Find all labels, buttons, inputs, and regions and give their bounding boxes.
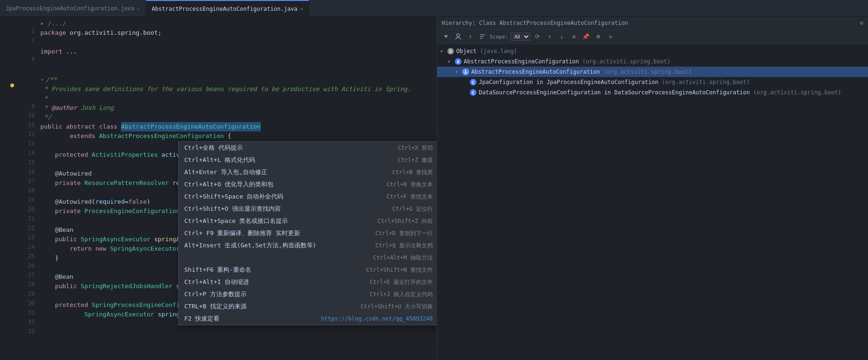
toolbar-btn-down-arrow[interactable] [441, 31, 451, 42]
tree-text-jpa: JpaConfiguration in JpaProcessEngineAuto… [479, 79, 658, 85]
tree-pkg-object: (java.lang) [476, 48, 517, 54]
menu-item-6[interactable]: Ctrl+Shift+O 强出显示查找内容 Ctrl+G 定位行 [179, 203, 437, 215]
menu-item-15[interactable]: F2 快速定看 https://blog.csdn.net/qq_4509324… [179, 313, 437, 325]
tab-jpa[interactable]: JpaProcessEngineAutoConfiguration.java ✕ [0, 0, 146, 16]
menu-label-9: Alt+Insert 生成(Get,Set方法,构造函数等) [184, 241, 375, 250]
menu-label-8: Ctrl+ F9 重新编译、删除推荐 实时更新 [184, 229, 375, 237]
svg-text:O: O [449, 49, 452, 54]
menu-item-4[interactable]: Ctrl+Alt+O 优化导入的类和包 Ctrl+R 替换文本 [179, 178, 437, 191]
tree-pkg-datasource: (org.activiti.spring.boot) [750, 89, 841, 96]
menu-shortcut-6: Ctrl+G 定位行 [392, 205, 433, 213]
menu-shortcut-3: Ctrl+N 查找类 [392, 169, 433, 176]
tree-item-datasource[interactable]: ▸ C DataSourceProcessEngineConfiguration… [437, 87, 868, 98]
tab-abstract[interactable]: AbstractProcessEngineAutoConfiguration.j… [146, 0, 309, 16]
tree-item-jpa[interactable]: ▸ C JpaConfiguration in JpaProcessEngine… [437, 77, 868, 87]
tree-text-abstract-cfg: AbstractProcessEngineConfiguration [464, 58, 579, 65]
menu-shortcut-8: Ctrl+D 复制到下一行 [375, 230, 433, 237]
menu-shortcut-13: Ctrl+J 插入自定义代码 [370, 291, 433, 299]
hierarchy-title: Hierarchy: Class AbstractProcessEngineAu… [442, 20, 628, 26]
context-menu-overlay: Ctrl+全格 代码提示 Ctrl+X 剪切 Ctrl+Alt+L 格式化代码 … [0, 17, 437, 360]
menu-label-1: Ctrl+全格 代码提示 [184, 144, 398, 152]
svg-text:C: C [472, 80, 474, 85]
tree-item-abstract-cfg[interactable]: ▾ A AbstractProcessEngineConfiguration (… [437, 56, 868, 67]
menu-item-9[interactable]: Alt+Insert 生成(Get,Set方法,构造函数等) Ctrl+Q 显示… [179, 239, 437, 252]
tree-arrow-jpa: ▸ [462, 79, 469, 85]
tab-jpa-close[interactable]: ✕ [137, 6, 140, 11]
menu-item-14[interactable]: CTRL+B 找定义的来源 Ctrl+Shift+U 大小写切换 [179, 300, 437, 313]
toolbar-btn-expand[interactable]: ↑ [544, 31, 555, 42]
tree-text-abstract-auto: AbstractProcessEngineAutoConfiguration [471, 69, 600, 75]
menu-shortcut-7: Ctrl+Shift+Z 向前 [377, 217, 433, 225]
tree-icon-datasource: C [469, 88, 477, 97]
editor-panel: 1 2 3 4 5 6 7 8 9 10 11 12 13 14 15 16 1… [0, 17, 437, 360]
menu-shortcut-12: Ctrl+E 最近打开的文件 [370, 278, 433, 286]
svg-text:A: A [464, 70, 467, 75]
menu-shortcut-11: Ctrl+Shift+N 查找文件 [366, 266, 433, 274]
toolbar-btn-expand2[interactable]: ⊞ [593, 31, 604, 42]
menu-label-15: F2 快速定看 [184, 314, 321, 323]
toolbar-btn-sort[interactable] [477, 31, 488, 42]
menu-shortcut-2: Ctrl+Z 撤退 [398, 156, 433, 164]
menu-item-5[interactable]: Ctrl+Shift+Space 自动补全代码 Ctrl+F 查找文本 [179, 191, 437, 203]
toolbar-btn-person[interactable] [453, 31, 463, 42]
menu-label-12: Ctrl+Alt+I 自动缩进 [184, 278, 370, 286]
menu-label-5: Ctrl+Shift+Space 自动补全代码 [184, 192, 386, 201]
tree-arrow-datasource: ▸ [462, 89, 469, 96]
toolbar-btn-pin[interactable]: 📌 [581, 31, 591, 42]
svg-text:C: C [472, 91, 474, 95]
toolbar-btn-list[interactable]: ≡ [569, 31, 579, 42]
tree-icon-object: O [446, 47, 455, 55]
tab-abstract-close[interactable]: ✕ [300, 6, 303, 11]
menu-item-12[interactable]: Ctrl+Alt+I 自动缩进 Ctrl+E 最近打开的文件 [179, 276, 437, 288]
hierarchy-tree: ▾ O Object (java.lang) ▾ A [437, 44, 868, 360]
toolbar-btn-close[interactable]: ✕ [605, 31, 616, 42]
menu-item-10[interactable]: Ctrl+Alt+M 抽取方法 [179, 252, 437, 264]
toolbar-btn-collapse[interactable]: ↓ [557, 31, 567, 42]
tree-pkg-abstract-cfg: (org.activiti.spring.boot) [579, 58, 671, 65]
tree-icon-jpa: C [469, 78, 477, 86]
scope-select[interactable]: All [510, 32, 530, 41]
context-menu: Ctrl+全格 代码提示 Ctrl+X 剪切 Ctrl+Alt+L 格式化代码 … [178, 141, 437, 325]
hierarchy-panel: Hierarchy: Class AbstractProcessEngineAu… [437, 17, 868, 360]
scope-label: Scope: [490, 34, 508, 40]
menu-item-11[interactable]: Shift+F6 重构-重命名 Ctrl+Shift+N 查找文件 [179, 264, 437, 276]
menu-label-4: Ctrl+Alt+O 优化导入的类和包 [184, 180, 386, 189]
menu-item-3[interactable]: Alt+Enter 导入包,自动修正 Ctrl+N 查找类 [179, 166, 437, 178]
tree-arrow-abstract-cfg: ▾ [447, 58, 454, 65]
tab-abstract-label: AbstractProcessEngineAutoConfiguration.j… [152, 6, 298, 12]
svg-text:A: A [457, 60, 460, 64]
hierarchy-header: Hierarchy: Class AbstractProcessEngineAu… [437, 17, 868, 30]
menu-label-11: Shift+F6 重构-重命名 [184, 266, 366, 274]
tab-jpa-label: JpaProcessEngineAutoConfiguration.java [6, 5, 135, 12]
menu-shortcut-14: Ctrl+Shift+U 大小写切换 [361, 303, 433, 311]
main-layout: 1 2 3 4 5 6 7 8 9 10 11 12 13 14 15 16 1… [0, 17, 868, 360]
tree-pkg-abstract-auto: (org.activiti.spring.boot) [600, 69, 692, 75]
tree-arrow-abstract-auto: ▾ [455, 69, 461, 75]
tree-item-abstract-auto[interactable]: ▾ A AbstractProcessEngineAutoConfigurati… [437, 67, 868, 77]
tree-text-datasource: DataSourceProcessEngineConfiguration in … [479, 89, 750, 96]
menu-item-2[interactable]: Ctrl+Alt+L 格式化代码 Ctrl+Z 撤退 [179, 154, 437, 166]
menu-shortcut-1: Ctrl+X 剪切 [398, 144, 433, 152]
tree-text-object: Object [456, 48, 476, 54]
tab-bar: JpaProcessEngineAutoConfiguration.java ✕… [0, 0, 868, 17]
svg-point-1 [457, 34, 460, 37]
tree-icon-abstract-auto: A [461, 68, 470, 76]
tree-icon-abstract-cfg: A [454, 57, 462, 66]
menu-item-1[interactable]: Ctrl+全格 代码提示 Ctrl+X 剪切 [179, 142, 437, 154]
tree-item-object[interactable]: ▾ O Object (java.lang) [437, 46, 868, 56]
menu-shortcut-4: Ctrl+R 替换文本 [386, 181, 433, 189]
menu-shortcut-15: https://blog.csdn.net/qq_45093248 [321, 315, 433, 322]
menu-label-7: Ctrl+Alt+Space 类名或接口名提示 [184, 217, 377, 225]
menu-item-8[interactable]: Ctrl+ F9 重新编译、删除推荐 实时更新 Ctrl+D 复制到下一行 [179, 227, 437, 239]
menu-shortcut-9: Ctrl+Q 显示注释文档 [375, 242, 433, 250]
menu-item-13[interactable]: Ctrl+P 方法参数提示 Ctrl+J 插入自定义代码 [179, 288, 437, 300]
menu-label-2: Ctrl+Alt+L 格式化代码 [184, 156, 398, 164]
tree-pkg-jpa: (org.activiti.spring.boot) [658, 79, 750, 85]
toolbar-btn-up[interactable]: ↑ [465, 31, 476, 42]
tree-arrow-object: ▾ [440, 48, 446, 54]
settings-icon[interactable]: ⚙ [860, 20, 863, 26]
menu-label-3: Alt+Enter 导入包,自动修正 [184, 168, 392, 176]
menu-item-7[interactable]: Ctrl+Alt+Space 类名或接口名提示 Ctrl+Shift+Z 向前 [179, 215, 437, 227]
toolbar-btn-refresh[interactable]: ⟳ [532, 31, 543, 42]
menu-label-14: CTRL+B 找定义的来源 [184, 302, 361, 311]
